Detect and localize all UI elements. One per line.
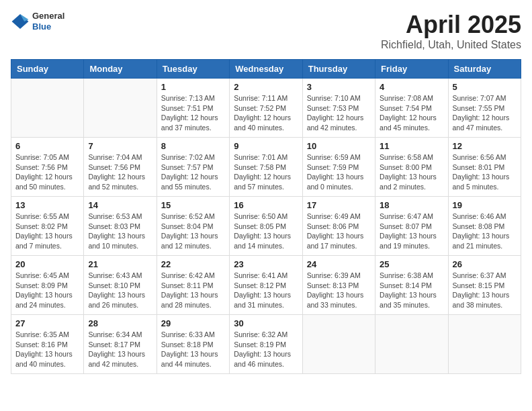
calendar-cell: 28Sunrise: 6:34 AMSunset: 8:17 PMDayligh… <box>84 315 157 374</box>
day-number: 17 <box>307 200 371 210</box>
calendar-cell: 14Sunrise: 6:53 AMSunset: 8:03 PMDayligh… <box>84 197 157 256</box>
day-info: Sunrise: 7:07 AMSunset: 7:55 PMDaylight:… <box>453 93 517 133</box>
day-number: 1 <box>161 82 225 92</box>
day-number: 13 <box>15 200 79 210</box>
day-number: 25 <box>380 259 443 269</box>
weekday-header: Wednesday <box>230 60 302 79</box>
calendar-cell: 26Sunrise: 6:37 AMSunset: 8:15 PMDayligh… <box>448 256 521 315</box>
day-info: Sunrise: 7:02 AMSunset: 7:57 PMDaylight:… <box>161 152 225 192</box>
day-number: 3 <box>307 82 371 92</box>
day-number: 24 <box>307 259 371 269</box>
day-number: 14 <box>88 200 152 210</box>
calendar-cell: 2Sunrise: 7:11 AMSunset: 7:52 PMDaylight… <box>230 79 302 138</box>
calendar-cell: 22Sunrise: 6:42 AMSunset: 8:11 PMDayligh… <box>157 256 229 315</box>
day-number: 16 <box>234 200 298 210</box>
day-number: 27 <box>15 318 79 328</box>
day-info: Sunrise: 6:35 AMSunset: 8:16 PMDaylight:… <box>15 330 79 369</box>
week-row: 6Sunrise: 7:05 AMSunset: 7:56 PMDaylight… <box>11 138 521 197</box>
page-header: General Blue April 2025 Richfield, Utah,… <box>11 11 521 51</box>
day-info: Sunrise: 7:10 AMSunset: 7:53 PMDaylight:… <box>307 93 371 133</box>
calendar-cell: 1Sunrise: 7:13 AMSunset: 7:51 PMDaylight… <box>157 79 229 138</box>
calendar-cell <box>375 315 448 374</box>
day-number: 19 <box>453 200 517 210</box>
calendar-cell: 5Sunrise: 7:07 AMSunset: 7:55 PMDaylight… <box>448 79 521 138</box>
logo-icon <box>11 12 30 31</box>
calendar-cell: 25Sunrise: 6:38 AMSunset: 8:14 PMDayligh… <box>375 256 448 315</box>
day-number: 21 <box>88 259 152 269</box>
calendar-cell: 24Sunrise: 6:39 AMSunset: 8:13 PMDayligh… <box>302 256 375 315</box>
day-number: 11 <box>380 141 443 151</box>
day-number: 30 <box>234 318 298 328</box>
day-info: Sunrise: 6:33 AMSunset: 8:18 PMDaylight:… <box>161 330 225 369</box>
day-number: 15 <box>161 200 225 210</box>
calendar-cell: 12Sunrise: 6:56 AMSunset: 8:01 PMDayligh… <box>448 138 521 197</box>
week-row: 13Sunrise: 6:55 AMSunset: 8:02 PMDayligh… <box>11 197 521 256</box>
day-number: 28 <box>88 318 152 328</box>
calendar-cell: 27Sunrise: 6:35 AMSunset: 8:16 PMDayligh… <box>11 315 84 374</box>
day-info: Sunrise: 6:32 AMSunset: 8:19 PMDaylight:… <box>234 330 298 369</box>
calendar-cell: 29Sunrise: 6:33 AMSunset: 8:18 PMDayligh… <box>157 315 229 374</box>
calendar-cell: 11Sunrise: 6:58 AMSunset: 8:00 PMDayligh… <box>375 138 448 197</box>
day-info: Sunrise: 6:56 AMSunset: 8:01 PMDaylight:… <box>453 152 517 192</box>
day-info: Sunrise: 6:53 AMSunset: 8:03 PMDaylight:… <box>88 212 152 251</box>
calendar-cell: 23Sunrise: 6:41 AMSunset: 8:12 PMDayligh… <box>230 256 302 315</box>
day-info: Sunrise: 6:47 AMSunset: 8:07 PMDaylight:… <box>380 212 443 251</box>
day-info: Sunrise: 6:45 AMSunset: 8:09 PMDaylight:… <box>15 271 79 310</box>
day-info: Sunrise: 7:13 AMSunset: 7:51 PMDaylight:… <box>161 93 225 133</box>
calendar-cell: 17Sunrise: 6:49 AMSunset: 8:06 PMDayligh… <box>302 197 375 256</box>
week-row: 1Sunrise: 7:13 AMSunset: 7:51 PMDaylight… <box>11 79 521 138</box>
day-number: 9 <box>234 141 298 151</box>
weekday-header: Sunday <box>11 60 84 79</box>
day-info: Sunrise: 6:37 AMSunset: 8:15 PMDaylight:… <box>453 271 517 310</box>
calendar-table: SundayMondayTuesdayWednesdayThursdayFrid… <box>11 59 521 374</box>
day-info: Sunrise: 6:34 AMSunset: 8:17 PMDaylight:… <box>88 330 152 369</box>
day-info: Sunrise: 7:11 AMSunset: 7:52 PMDaylight:… <box>234 93 298 133</box>
day-info: Sunrise: 6:58 AMSunset: 8:00 PMDaylight:… <box>380 152 443 192</box>
day-info: Sunrise: 7:01 AMSunset: 7:58 PMDaylight:… <box>234 152 298 192</box>
day-info: Sunrise: 7:04 AMSunset: 7:56 PMDaylight:… <box>88 152 152 192</box>
weekday-header-row: SundayMondayTuesdayWednesdayThursdayFrid… <box>11 60 521 79</box>
logo-general: General <box>32 11 64 21</box>
day-number: 4 <box>380 82 443 92</box>
calendar-cell <box>11 79 84 138</box>
calendar-cell: 30Sunrise: 6:32 AMSunset: 8:19 PMDayligh… <box>230 315 302 374</box>
calendar-cell: 7Sunrise: 7:04 AMSunset: 7:56 PMDaylight… <box>84 138 157 197</box>
week-row: 20Sunrise: 6:45 AMSunset: 8:09 PMDayligh… <box>11 256 521 315</box>
day-info: Sunrise: 6:42 AMSunset: 8:11 PMDaylight:… <box>161 271 225 310</box>
title-block: April 2025 Richfield, Utah, United State… <box>381 11 521 51</box>
day-number: 20 <box>15 259 79 269</box>
day-info: Sunrise: 6:46 AMSunset: 8:08 PMDaylight:… <box>453 212 517 251</box>
calendar-cell: 4Sunrise: 7:08 AMSunset: 7:54 PMDaylight… <box>375 79 448 138</box>
logo: General Blue <box>11 11 64 32</box>
day-number: 18 <box>380 200 443 210</box>
day-number: 29 <box>161 318 225 328</box>
weekday-header: Friday <box>375 60 448 79</box>
calendar-cell: 3Sunrise: 7:10 AMSunset: 7:53 PMDaylight… <box>302 79 375 138</box>
logo-blue: Blue <box>32 21 64 32</box>
calendar-cell: 15Sunrise: 6:52 AMSunset: 8:04 PMDayligh… <box>157 197 229 256</box>
day-number: 5 <box>453 82 517 92</box>
day-info: Sunrise: 6:52 AMSunset: 8:04 PMDaylight:… <box>161 212 225 251</box>
day-number: 2 <box>234 82 298 92</box>
calendar-cell: 6Sunrise: 7:05 AMSunset: 7:56 PMDaylight… <box>11 138 84 197</box>
day-number: 22 <box>161 259 225 269</box>
day-info: Sunrise: 7:08 AMSunset: 7:54 PMDaylight:… <box>380 93 443 133</box>
day-info: Sunrise: 6:39 AMSunset: 8:13 PMDaylight:… <box>307 271 371 310</box>
weekday-header: Monday <box>84 60 157 79</box>
day-info: Sunrise: 6:41 AMSunset: 8:12 PMDaylight:… <box>234 271 298 310</box>
weekday-header: Thursday <box>302 60 375 79</box>
day-number: 7 <box>88 141 152 151</box>
weekday-header: Tuesday <box>157 60 229 79</box>
calendar-subtitle: Richfield, Utah, United States <box>381 39 521 51</box>
calendar-cell: 18Sunrise: 6:47 AMSunset: 8:07 PMDayligh… <box>375 197 448 256</box>
day-number: 10 <box>307 141 371 151</box>
day-number: 12 <box>453 141 517 151</box>
calendar-cell <box>302 315 375 374</box>
day-info: Sunrise: 6:55 AMSunset: 8:02 PMDaylight:… <box>15 212 79 251</box>
day-number: 8 <box>161 141 225 151</box>
calendar-cell: 9Sunrise: 7:01 AMSunset: 7:58 PMDaylight… <box>230 138 302 197</box>
calendar-title: April 2025 <box>381 11 521 39</box>
day-info: Sunrise: 6:49 AMSunset: 8:06 PMDaylight:… <box>307 212 371 251</box>
calendar-cell: 8Sunrise: 7:02 AMSunset: 7:57 PMDaylight… <box>157 138 229 197</box>
weekday-header: Saturday <box>448 60 521 79</box>
